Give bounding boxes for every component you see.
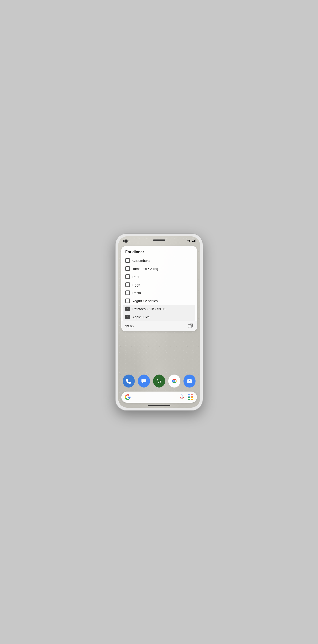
item-label-potatoes: Potatoes • 5 lb • $9.95 bbox=[132, 307, 166, 311]
widget-title: For dinner bbox=[125, 250, 193, 254]
checkbox-cucumbers[interactable] bbox=[125, 258, 130, 263]
lens-icon[interactable] bbox=[188, 394, 193, 400]
widget-footer: $9.95 bbox=[121, 321, 197, 331]
svg-marker-0 bbox=[189, 242, 190, 242]
svg-point-10 bbox=[160, 382, 161, 383]
item-label-eggs: Eggs bbox=[132, 283, 140, 287]
list-item[interactable]: Yogurt • 2 bottles bbox=[123, 297, 195, 305]
list-item[interactable]: Apple Juice bbox=[123, 313, 195, 321]
item-label-pork: Pork bbox=[132, 275, 139, 278]
checkbox-potatoes[interactable] bbox=[125, 306, 130, 311]
speaker bbox=[153, 240, 165, 241]
widget-total: $9.95 bbox=[125, 324, 134, 328]
checkbox-apple-juice[interactable] bbox=[125, 314, 130, 319]
svg-rect-4 bbox=[195, 240, 196, 242]
list-item[interactable]: Tomatoes • 2 pkg bbox=[123, 264, 195, 272]
svg-point-16 bbox=[189, 381, 190, 382]
svg-rect-2 bbox=[193, 240, 194, 242]
checkbox-pork[interactable] bbox=[125, 274, 130, 279]
checkbox-pasta[interactable] bbox=[125, 290, 130, 295]
widget-card: For dinner Cucumbers Tomatoes • 2 pkg bbox=[121, 246, 197, 331]
phone-icon bbox=[126, 378, 132, 384]
item-label-apple-juice: Apple Juice bbox=[132, 315, 150, 319]
item-label-tomatoes: Tomatoes • 2 pkg bbox=[132, 267, 158, 270]
svg-rect-20 bbox=[188, 398, 190, 400]
list-item[interactable]: Potatoes • 5 lb • $9.95 bbox=[123, 305, 195, 313]
checkbox-eggs[interactable] bbox=[125, 282, 130, 287]
item-label-cucumbers: Cucumbers bbox=[132, 259, 150, 262]
dock-messages-icon[interactable] bbox=[138, 374, 150, 388]
checkbox-tomatoes[interactable] bbox=[125, 266, 130, 271]
search-bar-container bbox=[121, 392, 197, 403]
wifi-icon bbox=[188, 240, 191, 242]
signal-icon bbox=[192, 240, 196, 242]
svg-rect-19 bbox=[191, 395, 193, 397]
dock-shopping-icon[interactable] bbox=[153, 374, 165, 388]
svg-rect-3 bbox=[194, 240, 195, 242]
list-item[interactable]: Cucumbers bbox=[123, 256, 195, 264]
widget-items-list: Cucumbers Tomatoes • 2 pkg Pork bbox=[121, 256, 197, 321]
shopping-cart-icon bbox=[156, 378, 162, 384]
dock-chrome-icon[interactable] bbox=[168, 374, 180, 388]
phone-screen: 12:31 bbox=[118, 236, 200, 408]
svg-point-9 bbox=[158, 382, 159, 383]
item-label-yogurt: Yogurt • 2 bottles bbox=[132, 299, 158, 303]
svg-rect-18 bbox=[188, 395, 190, 397]
status-icons bbox=[188, 240, 196, 242]
svg-rect-1 bbox=[192, 241, 193, 242]
svg-rect-5 bbox=[188, 325, 191, 328]
search-bar[interactable] bbox=[121, 392, 197, 403]
item-label-pasta: Pasta bbox=[132, 291, 141, 295]
search-actions bbox=[179, 394, 193, 400]
list-item[interactable]: Eggs bbox=[123, 281, 195, 289]
widget-header: For dinner bbox=[121, 246, 197, 256]
messages-icon bbox=[141, 378, 147, 384]
home-indicator bbox=[148, 405, 170, 406]
svg-rect-21 bbox=[191, 398, 193, 400]
phone-device: 12:31 bbox=[116, 234, 203, 410]
svg-rect-6 bbox=[141, 379, 146, 382]
microphone-icon[interactable] bbox=[179, 394, 185, 400]
google-g-icon bbox=[125, 394, 131, 400]
list-item[interactable]: Pork bbox=[123, 272, 195, 281]
shopping-widget[interactable]: For dinner Cucumbers Tomatoes • 2 pkg bbox=[121, 246, 197, 331]
dock-phone-icon[interactable] bbox=[123, 374, 135, 388]
google-logo bbox=[125, 394, 131, 400]
checkbox-yogurt[interactable] bbox=[125, 298, 130, 303]
front-camera bbox=[124, 240, 128, 242]
svg-point-14 bbox=[173, 380, 175, 382]
camera-icon bbox=[186, 378, 193, 384]
dock-camera-icon[interactable] bbox=[183, 374, 196, 388]
app-dock bbox=[118, 374, 200, 388]
chrome-icon bbox=[171, 377, 178, 385]
open-icon[interactable] bbox=[188, 324, 193, 328]
list-item[interactable]: Pasta bbox=[123, 289, 195, 297]
